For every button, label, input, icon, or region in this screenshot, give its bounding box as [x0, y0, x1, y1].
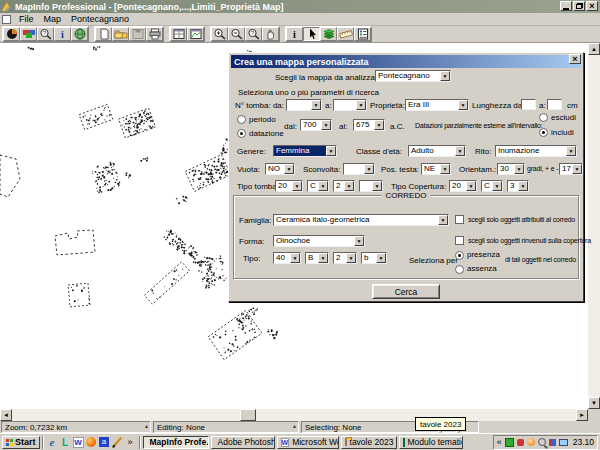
absence-radio[interactable] [455, 265, 464, 274]
tomb-type-combo-3[interactable]: 2 [333, 180, 355, 192]
tray-orange-icon[interactable] [527, 438, 535, 446]
minimize-button[interactable] [560, 1, 572, 11]
search-button[interactable]: Cerca [372, 284, 440, 299]
new-mapper-button[interactable] [187, 27, 204, 41]
age-class-combo[interactable]: Adulto [408, 145, 466, 157]
combo-arrow-icon[interactable] [514, 164, 524, 174]
popup-arrow-icon[interactable] [144, 424, 149, 429]
menu-pontecagnano[interactable]: Pontecagnano [66, 14, 134, 24]
tomb-type-combo-2[interactable]: C [307, 180, 329, 192]
combo-arrow-icon[interactable] [354, 236, 364, 246]
combo-arrow-icon[interactable] [572, 164, 582, 174]
task-word[interactable]: Microsoft Word [277, 436, 339, 449]
layer-control-button[interactable] [320, 27, 337, 41]
combo-arrow-icon[interactable] [292, 181, 302, 191]
tray-magnifier-icon[interactable] [538, 438, 546, 446]
dialog-title-bar[interactable]: Crea una mappa personalizzata [231, 55, 581, 68]
combo-arrow-icon[interactable] [466, 181, 476, 191]
combo-arrow-icon[interactable] [318, 253, 328, 263]
combo-arrow-icon[interactable] [321, 120, 331, 130]
combo-arrow-icon[interactable] [344, 181, 354, 191]
map-select-combo[interactable]: Pontecagnano [375, 70, 451, 82]
combo-arrow-icon[interactable] [318, 181, 328, 191]
from-year-combo[interactable]: 700 [300, 119, 332, 131]
combo-arrow-icon[interactable] [326, 146, 336, 156]
combo-arrow-icon[interactable] [374, 120, 384, 130]
popup-arrow-icon[interactable] [292, 424, 297, 429]
degrees-combo[interactable]: 17 [559, 163, 583, 175]
ruler-button[interactable] [337, 27, 354, 41]
length-to-input[interactable] [547, 99, 562, 110]
legend-button[interactable] [354, 27, 371, 41]
period-radio[interactable] [237, 115, 246, 124]
info-tool-button[interactable]: i [286, 27, 303, 41]
scroll-up-button[interactable] [588, 43, 600, 55]
tomb-to-combo[interactable] [333, 99, 367, 111]
cover-type-combo-1[interactable]: 20 [449, 180, 477, 192]
tray-red-icon[interactable] [517, 439, 524, 446]
gender-combo[interactable]: Femmina [273, 145, 337, 157]
tray-monitor-icon[interactable] [559, 439, 568, 446]
task-tavole-folder[interactable]: tavole 2023 [341, 436, 397, 449]
combo-arrow-icon[interactable] [438, 215, 448, 225]
thematic-map-button[interactable] [20, 27, 37, 41]
new-table-button[interactable] [95, 27, 112, 41]
hotlink-button[interactable] [71, 27, 88, 41]
combo-arrow-icon[interactable] [455, 146, 465, 156]
type-combo-3[interactable]: 2 [333, 252, 357, 264]
vertical-scrollbar[interactable] [588, 43, 600, 409]
combo-arrow-icon[interactable] [376, 253, 386, 263]
combo-arrow-icon[interactable] [311, 100, 321, 110]
horizontal-scrollbar[interactable] [0, 409, 588, 421]
open-table-button[interactable] [112, 27, 129, 41]
tray-green-icon[interactable] [505, 438, 514, 447]
firefox-icon[interactable] [85, 436, 98, 449]
only-grave-goods-checkbox[interactable] [455, 215, 464, 224]
tomb-from-combo[interactable] [286, 99, 322, 111]
dating-radio[interactable] [237, 129, 246, 138]
info-window-button[interactable]: i [54, 27, 71, 41]
disturbed-combo[interactable] [343, 163, 375, 175]
scroll-down-button[interactable] [588, 397, 600, 409]
pen-tool-icon[interactable] [111, 436, 124, 449]
word-quicklaunch-icon[interactable] [72, 436, 85, 449]
zoom-out-button[interactable] [228, 27, 245, 41]
combo-arrow-icon[interactable] [440, 71, 450, 81]
combo-arrow-icon[interactable] [372, 181, 382, 191]
menu-map[interactable]: Map [39, 14, 67, 24]
zoom-in-button[interactable] [211, 27, 228, 41]
combo-arrow-icon[interactable] [518, 181, 528, 191]
rite-combo[interactable]: Inumazione [495, 145, 577, 157]
query-button[interactable]: ? [37, 27, 54, 41]
editing-status-panel[interactable]: Editing: None [153, 421, 299, 433]
to-year-combo[interactable]: 675 [353, 119, 385, 131]
combo-arrow-icon[interactable] [492, 181, 502, 191]
combo-arrow-icon[interactable] [284, 164, 294, 174]
exclude-radio[interactable] [539, 113, 548, 122]
save-table-button[interactable] [129, 27, 146, 41]
combo-arrow-icon[interactable] [346, 253, 356, 263]
tomb-type-combo-4[interactable] [359, 180, 383, 192]
orientation-combo[interactable]: 30 [497, 163, 525, 175]
combo-arrow-icon[interactable] [458, 100, 468, 110]
internet-explorer-icon[interactable] [46, 436, 59, 449]
property-combo[interactable]: Era III [405, 99, 469, 111]
combo-arrow-icon[interactable] [440, 164, 450, 174]
include-radio[interactable] [539, 128, 548, 137]
family-combo[interactable]: Ceramica italo-geometrica [273, 214, 449, 226]
close-button[interactable] [586, 1, 598, 11]
presence-radio[interactable] [455, 251, 464, 260]
overview-button[interactable] [3, 27, 20, 41]
cover-type-combo-3[interactable]: 3 [507, 180, 529, 192]
tomb-type-combo-1[interactable]: 20 [275, 180, 303, 192]
scroll-right-button[interactable] [576, 409, 588, 421]
combo-arrow-icon[interactable] [290, 253, 300, 263]
task-photoshop[interactable]: Adobe Photosho... [211, 436, 275, 449]
menu-file[interactable]: File [14, 14, 39, 24]
change-view-button[interactable]: ? [245, 27, 262, 41]
length-from-input[interactable] [521, 99, 536, 110]
combo-arrow-icon[interactable] [356, 100, 366, 110]
quicklaunch-a-icon[interactable] [98, 436, 111, 449]
cover-type-combo-2[interactable]: C [481, 180, 503, 192]
pan-button[interactable] [262, 27, 279, 41]
